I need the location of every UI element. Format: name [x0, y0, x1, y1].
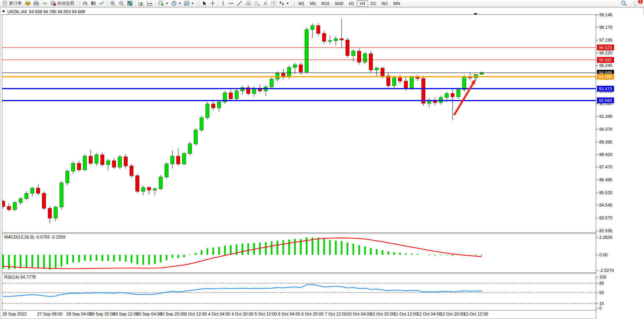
candle-body — [346, 40, 349, 56]
notifications-button[interactable]: 1 — [632, 0, 641, 7]
zoom-in-button[interactable] — [109, 0, 117, 7]
tile-windows-icon — [127, 1, 133, 6]
timeframe-button-mn[interactable]: MN — [391, 0, 403, 7]
price-tick-label: 96.220 — [599, 51, 612, 55]
arrows-button[interactable] — [278, 0, 290, 7]
periods-button[interactable] — [170, 0, 182, 7]
indicators-button[interactable] — [157, 0, 170, 7]
toolbar-grip — [79, 1, 81, 6]
tile-windows-button[interactable] — [126, 0, 134, 7]
candle-body — [95, 155, 98, 163]
rsi-pane[interactable]: RSI(14) 54.7778 — [2, 273, 596, 310]
candle-body — [235, 91, 239, 99]
auto-scroll-button[interactable] — [137, 0, 146, 7]
candle-body — [19, 198, 23, 202]
timeframe-button-h4[interactable]: H4 — [357, 0, 368, 7]
macd-label: MACD(12,26,9) -0.0792 -0.2359 — [4, 235, 65, 239]
candle-body — [480, 73, 484, 74]
timeframe-button-m30[interactable]: M30 — [332, 0, 346, 7]
new-order-button[interactable]: 新订单 — [1, 0, 23, 7]
candle-body — [31, 188, 34, 193]
rsi-tick-label: 15 — [599, 301, 604, 306]
time-axis-label: 3 Oct 12:00 — [185, 312, 207, 316]
chart-ohlc-values: 94.568 94.786 94.553 94.688 — [29, 9, 85, 14]
price-badge: 93.473 — [597, 86, 614, 91]
signals-button[interactable] — [40, 0, 49, 7]
price-lines-layer — [2, 47, 596, 100]
bar-chart-button[interactable] — [81, 0, 89, 7]
bar-chart-icon — [83, 1, 88, 6]
vertical-line-button[interactable] — [219, 0, 227, 7]
text-label-button[interactable]: T — [269, 0, 278, 7]
templates-button[interactable] — [182, 0, 195, 7]
candle-body — [445, 93, 449, 97]
candle-body — [37, 188, 40, 193]
main-price-pane[interactable] — [2, 14, 596, 233]
rsi-tick-label: 80 — [599, 281, 604, 286]
channel-icon: E — [245, 1, 251, 6]
text-button[interactable]: A — [261, 0, 269, 7]
time-axis[interactable]: 26 Sep 202227 Sep 08:0028 Sep 04:0028 Se… — [2, 310, 596, 318]
toolbar-group-cursor — [197, 0, 218, 7]
candle-body — [83, 156, 87, 170]
market-watch-button[interactable] — [23, 0, 32, 7]
time-axis-label: 7 Oct 12:00 — [325, 312, 347, 316]
candle-body — [182, 154, 186, 164]
timeframe-button-m15[interactable]: M15 — [319, 0, 332, 7]
rsi-tick-label: 0 — [599, 306, 602, 310]
time-axis-label: 26 Sep 2022 — [2, 312, 26, 316]
timeframe-button-w1[interactable]: W1 — [379, 0, 391, 7]
line-chart-button[interactable] — [98, 0, 106, 7]
candlestick-chart-button[interactable] — [89, 0, 98, 7]
candle-body — [363, 54, 367, 62]
time-axis-label: 6 Oct 20:00 — [302, 312, 324, 316]
candle-body — [101, 155, 104, 165]
print-button[interactable] — [32, 0, 40, 7]
chart-shift-button[interactable] — [146, 0, 154, 7]
horizontal-line-icon — [228, 1, 234, 6]
auto-trading-button[interactable]: 自动交易 — [49, 0, 76, 7]
candle-body — [340, 39, 344, 40]
new-order-icon — [3, 1, 8, 6]
price-badge: 96.623 — [597, 45, 614, 51]
macd-pane[interactable]: MACD(12,26,9) -0.0792 -0.2359 — [2, 233, 596, 273]
rsi-tick-label: 50 — [599, 290, 604, 295]
candle-body — [293, 65, 297, 67]
candle-body — [124, 157, 128, 166]
timeframe-button-m5[interactable]: M5 — [307, 0, 318, 7]
trendline-button[interactable] — [235, 0, 244, 7]
candle-body — [218, 102, 221, 108]
candle-body — [118, 157, 122, 167]
clock-icon — [171, 1, 177, 6]
time-axis-label: 10 Oct 04:00 — [347, 312, 372, 316]
equidistant-channel-button[interactable]: E — [244, 0, 253, 7]
timeframe-button-m1[interactable]: M1 — [296, 0, 307, 7]
price-tick-label: 82.595 — [599, 228, 612, 233]
signal-icon — [42, 1, 47, 6]
auto-trading-icon — [51, 1, 56, 6]
cursor-button[interactable] — [201, 0, 209, 7]
candle-body — [334, 39, 338, 40]
time-axis-label: 5 Oct 12:00 — [255, 312, 277, 316]
price-tick-label: 97.195 — [599, 38, 612, 42]
candle-body — [317, 26, 320, 33]
candle-body — [48, 209, 52, 218]
candle-body — [177, 156, 180, 164]
candle-body — [136, 176, 139, 191]
crosshair-button[interactable] — [209, 0, 217, 7]
chart-symbol-period: UKOil-,H4 — [7, 9, 27, 14]
svg-text:T: T — [273, 2, 275, 5]
timeframe-button-d1[interactable]: D1 — [368, 0, 379, 7]
chart-menu-triangle-icon[interactable] — [2, 11, 5, 12]
horizontal-line-button[interactable] — [227, 0, 235, 7]
search-button[interactable] — [619, 0, 628, 7]
timeframe-button-h1[interactable]: H1 — [346, 0, 357, 7]
price-axis[interactable]: 99.14598.17097.19596.22095.24594.27093.2… — [596, 14, 644, 319]
time-axis-label: 28 Sep 20:00 — [89, 312, 115, 316]
arrow-objects-icon — [279, 1, 284, 6]
candle-body — [457, 89, 460, 96]
fibonacci-button[interactable]: F — [253, 0, 261, 7]
zoom-out-button[interactable] — [117, 0, 126, 7]
rsi-tick-label: 100 — [599, 275, 606, 279]
price-tick-label: 83.570 — [599, 216, 612, 220]
